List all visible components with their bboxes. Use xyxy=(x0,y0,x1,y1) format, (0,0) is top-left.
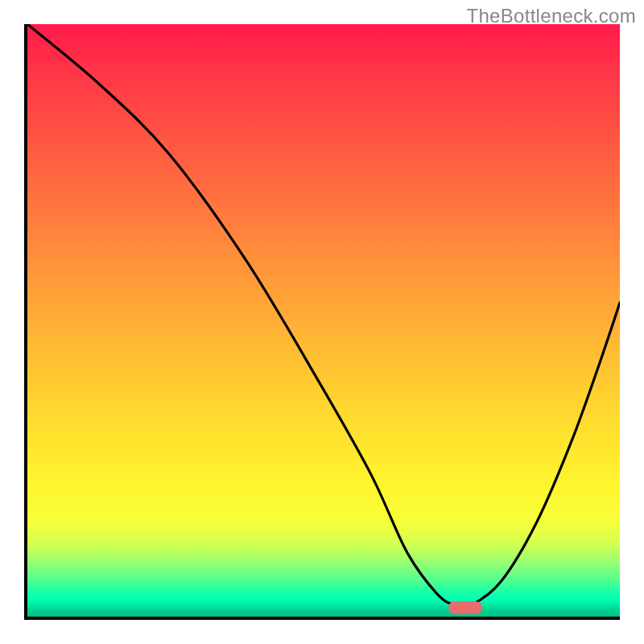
plot-area xyxy=(24,24,620,620)
optimum-marker xyxy=(448,601,482,614)
watermark-text: TheBottleneck.com xyxy=(466,5,636,27)
bottleneck-curve xyxy=(27,24,620,607)
curve-svg xyxy=(27,24,620,617)
chart-container: TheBottleneck.com xyxy=(0,0,644,644)
